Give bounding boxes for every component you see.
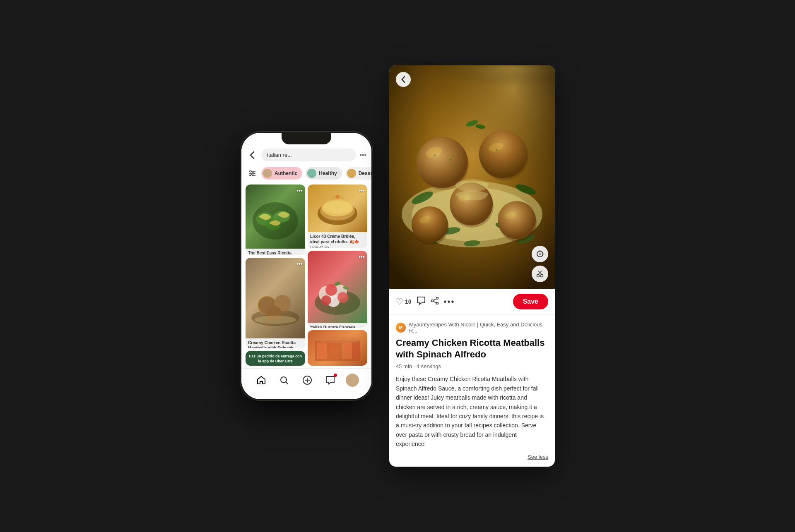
svg-rect-33 <box>342 343 352 359</box>
pin-menu-meatballs[interactable]: ••• <box>296 260 303 268</box>
svg-rect-34 <box>352 343 360 359</box>
pin-image-orange-pasta <box>308 330 367 366</box>
filter-chip-healthy[interactable]: Healthy <box>306 167 342 180</box>
filter-row: Authentic Healthy Desse... <box>241 165 371 182</box>
pin-creme-brulee[interactable]: Licor 43 Créme Brûlée, ideal para el oto… <box>308 185 367 248</box>
nav-search[interactable] <box>277 373 292 388</box>
detail-image <box>389 65 555 289</box>
detail-title: Creamy Chicken Ricotta Meatballs with Sp… <box>396 337 548 360</box>
svg-point-3 <box>250 170 251 172</box>
source-row: M Myauntyrecipes With Nicole | Quick, Ea… <box>396 321 548 334</box>
svg-point-5 <box>251 175 252 176</box>
filter-chip-authentic[interactable]: Authentic <box>261 167 302 180</box>
phone-mockup: italian re... ••• <box>240 132 373 400</box>
detail-panel: ♡ 10 ••• Save <box>389 65 555 466</box>
svg-point-4 <box>252 173 254 174</box>
like-button[interactable]: ♡ 10 <box>396 297 412 307</box>
svg-point-66 <box>412 206 448 243</box>
svg-point-19 <box>323 201 352 214</box>
pin-label-meatballs: Creamy Chicken Ricotta Meatballs with Sp… <box>246 338 305 348</box>
chip-label-dessert: Desse... <box>359 170 371 176</box>
svg-line-37 <box>286 382 288 384</box>
source-name: Myauntyrecipes With Nicole | Quick, Easy… <box>409 321 548 334</box>
svg-point-69 <box>498 201 536 239</box>
pin-label-brulee: Licor 43 Créme Brûlée, ideal para el oto… <box>308 232 367 245</box>
pin-orange-pasta[interactable] <box>308 330 367 366</box>
scissors-icon-button[interactable] <box>532 266 548 282</box>
nav-home[interactable] <box>254 373 269 388</box>
pin-image-caprese <box>308 251 367 323</box>
svg-rect-31 <box>317 343 327 359</box>
svg-point-53 <box>417 137 468 188</box>
detail-meta: 45 min · 4 servings <box>396 363 548 369</box>
svg-point-79 <box>537 275 540 277</box>
detail-content: M Myauntyrecipes With Nicole | Quick, Ea… <box>389 315 555 466</box>
back-button[interactable] <box>246 149 258 161</box>
chip-label-authentic: Authentic <box>275 170 297 176</box>
phone-content: italian re... ••• <box>241 133 371 399</box>
pin-caprese[interactable]: Italian Burrata Caprese Salad Recipe ••• <box>308 251 367 328</box>
filter-icon[interactable] <box>246 168 258 179</box>
nav-messages[interactable] <box>323 373 338 388</box>
svg-rect-42 <box>389 65 555 289</box>
pin-grid: The Best Easy Ricotta Stuffed Shells ••• <box>241 182 371 368</box>
svg-rect-74 <box>389 65 555 98</box>
svg-point-35 <box>315 336 360 343</box>
detail-food-svg <box>389 65 555 289</box>
pin-menu-brulee[interactable]: ••• <box>359 187 365 194</box>
svg-point-59 <box>479 130 527 178</box>
svg-point-85 <box>436 302 438 304</box>
chip-label-healthy: Healthy <box>319 170 337 176</box>
svg-line-86 <box>433 299 436 300</box>
nav-profile[interactable] <box>346 374 359 387</box>
svg-point-71 <box>455 179 489 192</box>
pin-meatballs-small[interactable]: Creamy Chicken Ricotta Meatballs with Sp… <box>246 258 305 348</box>
filter-chip-dessert[interactable]: Desse... <box>345 167 371 180</box>
detail-action-bar: ♡ 10 ••• Save <box>389 289 555 315</box>
more-options-button[interactable]: ••• <box>444 297 455 307</box>
svg-point-84 <box>431 300 433 302</box>
pin-image-meatballs <box>246 258 305 338</box>
svg-point-27 <box>321 295 331 305</box>
pin-ad-uber[interactable]: Haz un pedido de entrega con la app de U… <box>246 351 305 366</box>
pin-menu-caprese[interactable]: ••• <box>359 253 365 261</box>
bottom-nav <box>241 368 371 399</box>
nav-add[interactable] <box>300 373 315 388</box>
svg-rect-32 <box>329 343 340 359</box>
ad-text: Haz un pedido de entrega con la app de U… <box>249 354 302 364</box>
chip-avatar-dessert <box>347 169 356 178</box>
svg-point-83 <box>436 297 438 299</box>
message-badge <box>334 374 337 377</box>
chip-avatar-authentic <box>263 169 272 178</box>
phone-notch <box>282 133 331 144</box>
svg-point-20 <box>335 195 340 199</box>
pin-sponsor-brulee: Licor 43 MxSponsored <box>308 245 367 248</box>
scene: italian re... ••• <box>0 0 795 532</box>
detail-image-actions <box>532 246 548 282</box>
pin-stuffed-shells[interactable]: The Best Easy Ricotta Stuffed Shells ••• <box>246 185 305 255</box>
svg-point-76 <box>539 253 541 255</box>
svg-line-87 <box>433 301 436 303</box>
detail-description: Enjoy these Creamy Chicken Ricotta Meatb… <box>396 374 548 448</box>
pin-label-caprese: Italian Burrata Caprese Salad Recipe <box>308 323 367 328</box>
options-icon[interactable]: ••• <box>359 151 366 159</box>
share-button[interactable] <box>431 297 439 307</box>
lens-icon-button[interactable] <box>532 246 548 262</box>
pin-column-left: The Best Easy Ricotta Stuffed Shells ••• <box>246 185 305 366</box>
source-avatar: M <box>396 323 406 333</box>
comment-button[interactable] <box>417 296 426 307</box>
svg-point-80 <box>541 275 543 277</box>
phone-screen: italian re... ••• <box>241 133 371 399</box>
save-button[interactable]: Save <box>513 294 548 309</box>
pin-menu-stuffed-shells[interactable]: ••• <box>296 187 303 194</box>
search-input[interactable]: italian re... <box>261 149 356 161</box>
svg-point-25 <box>325 284 337 296</box>
heart-icon: ♡ <box>396 297 403 307</box>
phone-frame: italian re... ••• <box>240 132 373 400</box>
pin-label-stuffed-shells: The Best Easy Ricotta Stuffed Shells <box>246 249 305 255</box>
like-count: 10 <box>405 298 412 305</box>
ad-container: Haz un pedido de entrega con la app de U… <box>246 351 305 366</box>
svg-point-15 <box>255 316 296 324</box>
pin-column-right: Licor 43 Créme Brûlée, ideal para el oto… <box>308 185 367 366</box>
see-less-button[interactable]: See less <box>396 454 548 460</box>
